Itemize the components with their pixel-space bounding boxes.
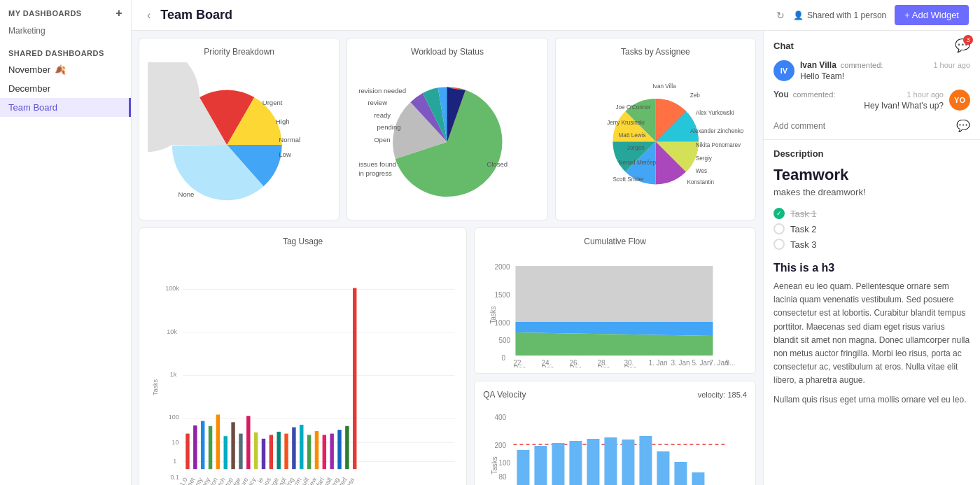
task-check-1[interactable]: ✓ (774, 208, 785, 219)
svg-text:High: High (276, 118, 290, 125)
task-2-label: Task 2 (790, 224, 817, 234)
svg-text:9...: 9... (726, 359, 736, 367)
svg-rect-43 (201, 421, 204, 469)
svg-rect-62 (345, 426, 349, 469)
task-check-3[interactable] (774, 239, 785, 250)
assignee-title: Tasks by Assignee (564, 47, 747, 57)
back-button[interactable]: ‹ (143, 8, 155, 23)
svg-text:1k: 1k (170, 371, 177, 378)
you-message: You commented: 1 hour ago Hey Ivan! What… (774, 90, 970, 111)
svg-text:Ivan Villa: Ivan Villa (652, 83, 676, 90)
svg-text:ready: ready (374, 111, 391, 119)
november-emoji: 🍂 (55, 64, 66, 75)
ivan-avatar: IV (774, 60, 794, 81)
add-dashboard-icon[interactable]: + (115, 7, 122, 20)
chat-input[interactable] (774, 121, 952, 131)
task-item-3: Task 3 (774, 237, 970, 252)
content-area: Priority Breakdown (132, 31, 980, 485)
svg-text:Scott Snider: Scott Snider (612, 176, 644, 183)
main-area: ‹ Team Board ↻ 👤 Shared with 1 person + … (132, 0, 980, 485)
priority-title: Priority Breakdown (148, 47, 330, 57)
workload-chart: revision needed review ready pending Ope… (356, 62, 538, 209)
svg-text:Urgent: Urgent (262, 99, 283, 106)
sidebar-item-marketing[interactable]: Marketing (0, 22, 131, 39)
svg-text:Nenad Merčep: Nenad Merčep (618, 160, 656, 166)
svg-rect-117 (570, 441, 582, 485)
svg-text:Normal: Normal (279, 136, 300, 143)
svg-text:100: 100 (169, 414, 179, 421)
task-check-2[interactable] (774, 223, 785, 234)
svg-text:issues found: issues found (359, 160, 397, 168)
svg-text:Tasks: Tasks (490, 306, 498, 324)
svg-text:Matt Lewis: Matt Lewis (618, 132, 645, 139)
svg-text:5. Jan: 5. Jan (692, 359, 711, 367)
chat-header: Chat 💬 3 (774, 38, 970, 53)
priority-chart: Urgent High Normal Low None (148, 62, 330, 209)
svg-rect-41 (186, 434, 189, 470)
chat-badge: 3 (963, 35, 973, 45)
cumulative-title: Cumulative Flow (483, 237, 747, 246)
svg-rect-49 (246, 416, 250, 469)
add-widget-button[interactable]: + Add Widget (895, 5, 969, 25)
svg-text:Tasks: Tasks (491, 456, 499, 475)
header-left: ‹ Team Board (143, 8, 232, 23)
svg-text:Alexander Zinchenko: Alexander Zinchenko (690, 128, 743, 134)
svg-text:Jorgen: Jorgen (626, 145, 644, 151)
task-item-2: Task 2 (774, 221, 970, 237)
right-panel: Chat 💬 3 IV Ivan Villa commented: 1 hour… (763, 31, 980, 485)
workload-title: Workload by Status (356, 47, 538, 57)
november-label: November (8, 64, 50, 75)
svg-rect-115 (535, 446, 547, 485)
svg-rect-51 (262, 439, 265, 469)
svg-text:1: 1 (173, 458, 176, 465)
svg-rect-46 (224, 436, 227, 469)
workload-status-card: Workload by Status (346, 38, 547, 220)
svg-rect-61 (337, 430, 341, 469)
refresh-button[interactable]: ↻ (776, 10, 785, 21)
description-section: Description Teamwork makes the dreamwork… (764, 140, 980, 415)
send-icon[interactable]: 💬 (956, 119, 970, 132)
svg-rect-119 (605, 437, 617, 485)
svg-text:Open: Open (374, 136, 390, 143)
svg-rect-63 (353, 288, 356, 470)
my-dashboards-section: MY DASHBOARDS + (0, 0, 131, 22)
chat-bubble-icon: 💬 3 (955, 38, 970, 53)
sidebar-item-team-board[interactable]: Team Board (0, 98, 131, 117)
header-right: ↻ 👤 Shared with 1 person + Add Widget (776, 5, 969, 25)
sidebar-item-november[interactable]: November 🍂 (0, 60, 131, 79)
ivan-author: Ivan Villa (800, 60, 836, 70)
svg-text:Jerry Krusinski: Jerry Krusinski (607, 120, 645, 126)
description-para2: Nullam quis risus eget urna mollis ornar… (774, 393, 970, 407)
svg-rect-57 (307, 435, 311, 469)
svg-text:Dec: Dec (624, 365, 637, 367)
svg-text:400: 400 (495, 414, 507, 421)
svg-rect-54 (284, 434, 288, 470)
svg-rect-120 (622, 440, 635, 485)
tag-usage-title: Tag Usage (148, 237, 458, 246)
svg-text:80: 80 (499, 473, 507, 481)
svg-rect-44 (209, 426, 212, 469)
tag-usage-card: Tag Usage 100k 10k 1k 100 10 1 0.1 Tasks (139, 227, 467, 485)
ivan-message: IV Ivan Villa commented: 1 hour ago Hell… (774, 60, 970, 81)
shared-label: Shared with 1 person (807, 10, 886, 20)
description-subheading: makes the dreamwork! (774, 187, 970, 197)
you-msg-content: You commented: 1 hour ago Hey Ivan! What… (774, 90, 944, 111)
svg-text:Zeb: Zeb (690, 92, 700, 99)
sidebar-item-december[interactable]: December (0, 79, 131, 98)
qa-velocity-card: QA Velocity velocity: 185.4 400 200 100 … (474, 381, 756, 485)
priority-breakdown-card: Priority Breakdown (139, 38, 340, 220)
svg-rect-123 (675, 462, 687, 485)
ivan-msg-content: Ivan Villa commented: 1 hour ago Hello T… (800, 60, 970, 81)
svg-text:Konstantin: Konstantin (687, 179, 714, 185)
assignee-chart: Ivan Villa Zeb Joe O'Connor Alex Yurkows… (564, 62, 747, 209)
charts-area: Priority Breakdown (132, 31, 763, 485)
svg-rect-52 (270, 435, 273, 469)
description-heading: Teamwork (774, 166, 970, 184)
svg-text:Dec: Dec (570, 365, 582, 367)
cumulative-flow-card: Cumulative Flow 2000 1500 1000 500 0 Tas… (474, 227, 756, 374)
shared-button[interactable]: 👤 Shared with 1 person (793, 10, 886, 20)
chat-input-area[interactable]: 💬 (774, 119, 970, 132)
you-label: You (774, 90, 789, 99)
svg-text:3. Jan: 3. Jan (671, 359, 690, 367)
user-icon: 👤 (793, 10, 804, 20)
